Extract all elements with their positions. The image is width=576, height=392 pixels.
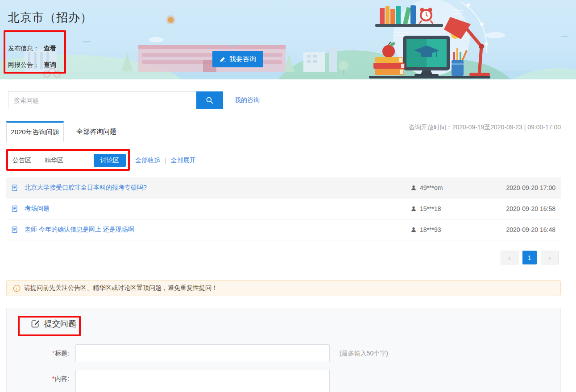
question-time: 2020-09-20 16:58 — [495, 205, 555, 212]
user-icon — [410, 206, 417, 212]
sun-icon — [168, 17, 174, 23]
online-announcement-row: 网报公告： 查询 — [8, 57, 56, 73]
fold-links-separator: | — [165, 157, 166, 164]
section-tab-announcement[interactable]: 公告区 — [11, 154, 33, 167]
section-tabs: 公告区 精华区 讨论区 全部收起 | 全部展开 — [6, 149, 561, 171]
svg-text:i: i — [16, 286, 17, 291]
expand-all-link[interactable]: 全部展开 — [171, 157, 196, 165]
pagination: ‹ 1 › — [501, 251, 559, 264]
notice-bar: i 请提问前先关注公告区、精华区或讨论区置顶问题，避免重复性提问！ — [6, 280, 561, 296]
submit-question-title: 提交问题 — [44, 318, 76, 329]
edit-icon — [31, 319, 40, 328]
content-textarea[interactable] — [75, 370, 330, 392]
consult-page: 北京市（招办） 发布信息： 查看 网报公告： 查询 我要咨询 — [0, 0, 576, 392]
question-row[interactable]: 老师 今年的确认信息是网上 还是现场啊 18***93 2020-09-20 1… — [6, 219, 561, 240]
prev-page-button[interactable]: ‹ — [501, 251, 518, 264]
question-list: 北京大学接受口腔非全日本科的报考专硕吗? 49***om 2020-09-20 … — [6, 177, 561, 240]
online-announcement-label: 网报公告： — [8, 61, 39, 69]
question-time: 2020-09-20 16:48 — [495, 226, 555, 233]
question-user: 15***18 — [410, 205, 495, 212]
search-button[interactable] — [196, 91, 223, 109]
publish-info-row: 发布信息： 查看 — [8, 40, 56, 57]
page-title: 北京市（招办） — [8, 10, 92, 25]
publish-info-view-link[interactable]: 查看 — [44, 45, 56, 53]
question-user-id: 18***93 — [420, 226, 441, 233]
question-title-link[interactable]: 北京大学接受口腔非全日本科的报考专硕吗? — [25, 184, 410, 192]
content-label: *内容: — [7, 370, 69, 383]
submit-question-section: 提交问题 *标题: (最多输入50个字) *内容: — [6, 308, 561, 392]
pencil-icon — [220, 56, 226, 62]
section-tab-discussion[interactable]: 讨论区 — [94, 154, 126, 167]
user-icon — [410, 227, 417, 233]
my-consult-link[interactable]: 我的咨询 — [235, 96, 260, 104]
next-page-button[interactable]: › — [541, 251, 559, 264]
study-desk-illustration — [369, 0, 490, 78]
search-input[interactable] — [8, 91, 196, 109]
question-title-link[interactable]: 老师 今年的确认信息是网上 还是现场啊 — [25, 226, 410, 234]
consult-button-label: 我要咨询 — [229, 55, 256, 63]
document-icon — [11, 205, 18, 212]
required-mark: * — [52, 350, 54, 357]
tab-all-questions[interactable]: 全部咨询问题 — [64, 121, 129, 142]
tab-2020-questions[interactable]: 2020年咨询问题 — [6, 121, 64, 142]
question-user-id: 15***18 — [420, 205, 441, 212]
notice-text: 请提问前先关注公告区、精华区或讨论区置顶问题，避免重复性提问！ — [24, 284, 218, 292]
user-icon — [410, 185, 417, 191]
question-row[interactable]: 北京大学接受口腔非全日本科的报考专硕吗? 49***om 2020-09-20 … — [6, 177, 561, 198]
content-field-row: *内容: — [7, 370, 330, 392]
question-user: 49***om — [410, 184, 495, 191]
search-icon — [205, 96, 214, 105]
question-time: 2020-09-20 17:00 — [495, 184, 555, 191]
page-number-1[interactable]: 1 — [522, 251, 537, 264]
section-tab-essence[interactable]: 精华区 — [43, 154, 65, 167]
search-row: 我的咨询 — [8, 91, 260, 109]
title-input[interactable] — [75, 344, 330, 362]
year-tabs: 2020年咨询问题 全部咨询问题 — [6, 121, 561, 142]
banner: 北京市（招办） 发布信息： 查看 网报公告： 查询 我要咨询 — [0, 0, 576, 79]
question-user: 18***93 — [410, 226, 495, 233]
info-icon: i — [13, 285, 21, 292]
online-announcement-query-link[interactable]: 查询 — [44, 61, 56, 69]
title-field-row: *标题: (最多输入50个字) — [7, 344, 388, 362]
required-mark: * — [52, 375, 54, 382]
document-icon — [11, 226, 18, 233]
publish-info-label: 发布信息： — [8, 45, 39, 53]
title-max-length-hint: (最多输入50个字) — [340, 344, 388, 358]
consult-button[interactable]: 我要咨询 — [212, 51, 263, 67]
banner-info-list: 发布信息： 查看 网报公告： 查询 — [8, 40, 56, 73]
collapse-all-link[interactable]: 全部收起 — [135, 157, 160, 165]
question-title-link[interactable]: 考场问题 — [25, 205, 410, 213]
submit-question-header: 提交问题 — [31, 318, 76, 329]
question-user-id: 49***om — [420, 184, 443, 191]
document-icon — [11, 184, 18, 191]
question-row[interactable]: 考场问题 15***18 2020-09-20 16:58 — [6, 198, 561, 219]
fold-links: 全部收起 | 全部展开 — [135, 154, 196, 167]
title-label: *标题: — [7, 344, 69, 358]
